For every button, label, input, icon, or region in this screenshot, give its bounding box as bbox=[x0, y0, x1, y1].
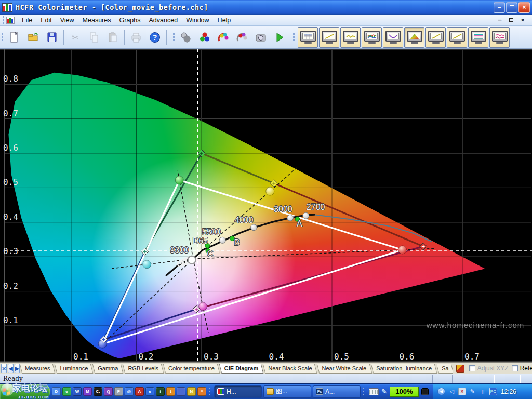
internet-globe-icon[interactable]: e bbox=[62, 387, 71, 396]
svg-text:✂: ✂ bbox=[72, 33, 78, 42]
sensor-small-icon[interactable] bbox=[456, 365, 464, 373]
luminance-view-button[interactable] bbox=[340, 27, 361, 48]
snapshot-button[interactable] bbox=[251, 28, 270, 47]
hcfr-icon bbox=[217, 388, 224, 395]
media-player-icon[interactable]: M bbox=[83, 387, 92, 396]
power-plug-icon[interactable] bbox=[421, 388, 429, 395]
new-file-button[interactable] bbox=[5, 28, 24, 47]
grid-lines-over bbox=[4, 50, 531, 361]
tab-checkboxes: Adjust XYZReference bbox=[466, 365, 532, 372]
help-button[interactable]: ? bbox=[145, 28, 164, 47]
run-measures-button[interactable] bbox=[270, 28, 289, 47]
close-button[interactable]: × bbox=[518, 2, 530, 13]
word-icon[interactable]: W bbox=[73, 387, 82, 396]
monitor-icon bbox=[449, 31, 465, 42]
menu-help[interactable]: Help bbox=[214, 16, 235, 25]
tab-gamma[interactable]: Gamma bbox=[94, 364, 122, 374]
keyboard-layout-icon[interactable] bbox=[369, 388, 379, 395]
notepad-icon[interactable]: N bbox=[187, 387, 196, 396]
menu-edit[interactable]: Edit bbox=[36, 16, 56, 25]
menu-measures[interactable]: Measures bbox=[78, 16, 115, 25]
tabs: MeasuresLuminanceGammaRGB LevelsColor te… bbox=[21, 364, 454, 374]
color-temperature-view-button[interactable] bbox=[383, 27, 403, 48]
tab-saturation-luminance[interactable]: Saturation -luminance bbox=[372, 364, 436, 374]
menu-window[interactable]: Window bbox=[182, 16, 213, 25]
measure-secondaries-button[interactable] bbox=[214, 28, 233, 47]
internet-explorer-icon[interactable]: e bbox=[145, 387, 154, 396]
minimize-button[interactable]: – bbox=[494, 2, 505, 13]
svg-text:0.1: 0.1 bbox=[3, 315, 18, 325]
checkbox-box[interactable] bbox=[512, 365, 518, 371]
menu-view[interactable]: View bbox=[56, 16, 78, 25]
measure-grayscale-button[interactable] bbox=[233, 28, 251, 47]
paste-icon bbox=[107, 31, 119, 44]
document-icon bbox=[6, 17, 15, 24]
menu-graphs[interactable]: Graphs bbox=[115, 16, 145, 25]
close-view-button[interactable]: × bbox=[1, 364, 7, 373]
tab-sa[interactable]: Sa bbox=[437, 364, 453, 374]
tab-color-temperature[interactable]: Color temperature bbox=[164, 364, 219, 374]
menu-file[interactable]: File bbox=[18, 16, 36, 25]
start-button[interactable]: 家电论坛 JD-BBS.COM bbox=[0, 384, 50, 399]
scheduler-icon[interactable]: t bbox=[166, 387, 175, 396]
svg-text:0.6: 0.6 bbox=[3, 143, 18, 153]
save-file-button[interactable] bbox=[43, 28, 61, 47]
tab-near-white-scale[interactable]: Near White Scale bbox=[318, 364, 371, 374]
tab-measures[interactable]: Measures bbox=[21, 364, 54, 374]
mdi-minimize-button[interactable]: – bbox=[496, 17, 504, 24]
mobile-device-icon[interactable]: ▯ bbox=[479, 388, 487, 395]
primaries-icon bbox=[198, 31, 211, 44]
playlist-icon[interactable]: ≡ bbox=[197, 387, 206, 396]
task-folder[interactable]: 图... bbox=[263, 385, 311, 398]
app-icon bbox=[2, 3, 12, 12]
winamp-icon[interactable]: A bbox=[135, 387, 144, 396]
window-title: HCFR Colorimeter - [Color_movie_before.c… bbox=[12, 3, 493, 11]
menu-items: FileEditViewMeasuresGraphsAdvancedWindow… bbox=[18, 16, 235, 25]
command-prompt-icon[interactable]: C: bbox=[94, 387, 102, 396]
ime-status-button[interactable]: 100% bbox=[390, 387, 419, 397]
volume-icon[interactable]: ◁ bbox=[448, 388, 456, 395]
show-desktop-icon[interactable]: D bbox=[52, 387, 61, 396]
measures-view-button[interactable] bbox=[298, 27, 318, 48]
pen-input-icon[interactable]: ✎ bbox=[469, 388, 476, 395]
cie-diagram-view-button[interactable] bbox=[404, 27, 424, 48]
printer-icon[interactable]: P bbox=[114, 387, 123, 396]
tab-luminance[interactable]: Luminance bbox=[56, 364, 92, 374]
display-settings-icon[interactable]: PC bbox=[489, 388, 497, 395]
pen-input-icon[interactable]: ✎ bbox=[381, 388, 387, 395]
network-error-icon[interactable]: × bbox=[458, 388, 466, 395]
label-C: C bbox=[207, 249, 214, 258]
taskbar-grip bbox=[363, 388, 364, 395]
mail-icon[interactable]: @ bbox=[125, 387, 134, 396]
rgb-levels-view-button[interactable] bbox=[362, 27, 382, 48]
label-5500: 5500 bbox=[202, 228, 221, 236]
svg-text:0.2: 0.2 bbox=[139, 352, 154, 362]
saturation-view-button[interactable] bbox=[468, 27, 488, 48]
calculator-icon[interactable]: = bbox=[177, 387, 185, 396]
mdi-close-button[interactable]: × bbox=[518, 17, 527, 24]
system-tray: ◀ ◁×✎▯PC 12:26 bbox=[433, 384, 532, 399]
tab-cie-diagram[interactable]: CIE Diagram bbox=[220, 364, 262, 374]
checkbox-reference[interactable]: Reference bbox=[512, 365, 532, 372]
restore-button[interactable] bbox=[506, 2, 517, 13]
next-tab-button[interactable]: ▶ bbox=[15, 364, 20, 373]
sensor-config-button[interactable] bbox=[177, 28, 195, 47]
mdi-restore-button[interactable] bbox=[507, 17, 515, 24]
near-black-view-button[interactable] bbox=[425, 27, 446, 48]
prev-tab-button[interactable]: ◀ bbox=[8, 364, 13, 373]
tab-near-black-scale[interactable]: Near Black Scale bbox=[264, 364, 316, 374]
copy-icon bbox=[88, 31, 100, 44]
gamma-view-button[interactable] bbox=[319, 27, 339, 48]
collapse-tray-icon[interactable]: ◀ bbox=[437, 388, 445, 395]
menu-advanced[interactable]: Advanced bbox=[145, 16, 182, 25]
near-white-view-button[interactable] bbox=[447, 27, 467, 48]
ico-tool-icon[interactable]: i bbox=[156, 387, 165, 396]
quicktime-icon[interactable]: Q bbox=[104, 387, 113, 396]
monitor-icon bbox=[364, 31, 380, 42]
open-file-button[interactable] bbox=[24, 28, 43, 47]
free-measures-view-button[interactable] bbox=[489, 27, 510, 48]
task-hcfr[interactable]: H... bbox=[214, 385, 262, 398]
task-ps[interactable]: PsA... bbox=[313, 385, 361, 398]
measure-primaries-button[interactable] bbox=[195, 28, 214, 47]
tab-rgb-levels[interactable]: RGB Levels bbox=[124, 364, 163, 374]
